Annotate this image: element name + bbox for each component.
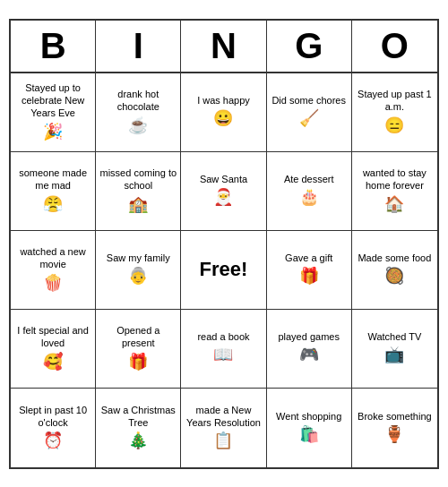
cell-emoji: 🍿: [43, 273, 63, 294]
cell-emoji: 📋: [213, 431, 233, 451]
cell-emoji: 😤: [43, 194, 63, 215]
bingo-cell: someone made me mad😤: [11, 152, 96, 231]
cell-text: Ate dessert: [284, 173, 334, 185]
bingo-cell: Slept in past 10 o'clock⏰: [11, 389, 96, 467]
cell-text: played games: [278, 330, 340, 343]
cell-text: Watched TV: [367, 330, 421, 343]
cell-text: Gave a gift: [285, 252, 332, 264]
cell-emoji: 🏺: [384, 424, 404, 445]
cell-emoji: 🎂: [299, 187, 319, 208]
bingo-letter: O: [352, 21, 437, 72]
cell-emoji: 📺: [384, 345, 404, 365]
bingo-cell: watched a new movie🍿: [11, 231, 96, 310]
cell-emoji: 🎁: [128, 352, 148, 372]
bingo-letter: I: [96, 21, 181, 72]
bingo-cell: Gave a gift🎁: [267, 231, 352, 310]
cell-text: Saw my family: [107, 252, 170, 264]
cell-text: missed coming to school: [99, 167, 177, 192]
bingo-letter: B: [11, 21, 96, 72]
cell-text: Stayed up to celebrate New Years Eve: [14, 81, 91, 120]
bingo-cell: Watched TV📺: [352, 310, 437, 389]
cell-text: Broke something: [358, 410, 432, 423]
cell-text: Did some chores: [271, 94, 346, 107]
bingo-cell: I felt special and loved🥰: [11, 310, 96, 389]
cell-text: Went shopping: [276, 410, 341, 423]
cell-text: drank hot chocolate: [99, 88, 177, 114]
cell-emoji: 🏠: [384, 194, 404, 215]
cell-emoji: 🥰: [43, 352, 63, 372]
cell-text: I was happy: [197, 94, 250, 107]
cell-text: Saw a Christmas Tree: [99, 404, 177, 430]
cell-emoji: ☕: [128, 115, 148, 136]
cell-text: Slept in past 10 o'clock: [14, 404, 91, 430]
cell-text: Opened a present: [99, 324, 177, 350]
cell-emoji: 🛍️: [299, 424, 319, 445]
bingo-cell: made a New Years Resolution📋: [181, 389, 266, 467]
bingo-cell: Saw Santa🎅: [181, 152, 266, 231]
cell-text: Made some food: [358, 252, 431, 264]
cell-emoji: 😀: [213, 108, 233, 129]
bingo-cell: read a book📖: [181, 310, 266, 389]
bingo-cell: I was happy😀: [181, 73, 266, 152]
bingo-cell: Saw my family👵: [96, 231, 181, 310]
cell-emoji: 🎄: [128, 431, 148, 451]
bingo-cell: drank hot chocolate☕: [96, 73, 181, 152]
bingo-grid: Stayed up to celebrate New Years Eve🎉dra…: [11, 73, 437, 467]
bingo-cell: Opened a present🎁: [96, 310, 181, 389]
cell-emoji: 🎉: [43, 122, 63, 142]
bingo-cell: Broke something🏺: [352, 389, 437, 467]
cell-emoji: 📖: [213, 345, 233, 365]
cell-text: someone made me mad: [14, 167, 91, 192]
bingo-cell: Did some chores🧹: [267, 73, 352, 152]
cell-text: Free!: [200, 257, 248, 283]
cell-text: Saw Santa: [200, 173, 247, 185]
cell-emoji: 👵: [128, 266, 148, 286]
bingo-letter: N: [181, 21, 266, 72]
bingo-cell: Went shopping🛍️: [267, 389, 352, 467]
bingo-cell: Free!: [181, 231, 266, 310]
cell-text: made a New Years Resolution: [185, 404, 262, 430]
cell-text: I felt special and loved: [14, 324, 91, 350]
cell-emoji: 🥘: [384, 266, 404, 286]
cell-text: watched a new movie: [14, 245, 91, 271]
bingo-header: BINGO: [11, 21, 437, 73]
bingo-cell: played games🎮: [267, 310, 352, 389]
cell-emoji: 🎁: [299, 266, 319, 286]
bingo-cell: Stayed up to celebrate New Years Eve🎉: [11, 73, 96, 152]
cell-text: read a book: [197, 330, 249, 343]
cell-emoji: 🎅: [213, 187, 233, 208]
bingo-cell: Ate dessert🎂: [267, 152, 352, 231]
cell-emoji: 🏫: [128, 194, 148, 215]
bingo-card: BINGO Stayed up to celebrate New Years E…: [9, 19, 439, 469]
bingo-cell: wanted to stay home forever🏠: [352, 152, 437, 231]
cell-emoji: ⏰: [43, 431, 63, 451]
bingo-cell: Made some food🥘: [352, 231, 437, 310]
cell-emoji: 😑: [384, 115, 404, 136]
bingo-letter: G: [267, 21, 352, 72]
cell-emoji: 🧹: [299, 108, 319, 129]
bingo-cell: Stayed up past 1 a.m.😑: [352, 73, 437, 152]
cell-text: Stayed up past 1 a.m.: [356, 88, 434, 114]
cell-emoji: 🎮: [299, 345, 319, 365]
cell-text: wanted to stay home forever: [356, 167, 434, 192]
bingo-cell: missed coming to school🏫: [96, 152, 181, 231]
bingo-cell: Saw a Christmas Tree🎄: [96, 389, 181, 467]
